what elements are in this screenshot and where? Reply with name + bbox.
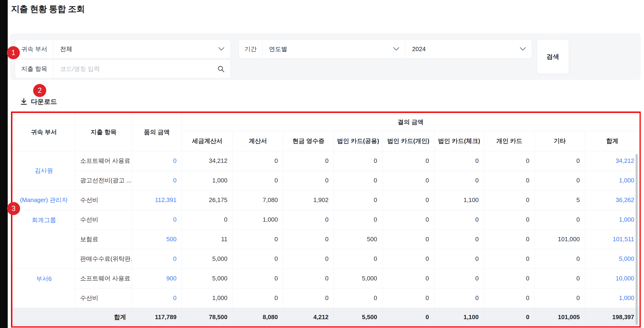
pumui-amount-cell[interactable]: 900 xyxy=(132,269,182,288)
amount-cell-7: 101,000 xyxy=(535,230,585,249)
table-row: 판매수수료(위탁판...05,00000000005,000 xyxy=(12,249,640,269)
pumui-amount-cell[interactable]: 0 xyxy=(132,151,182,171)
footer-total-label: 합계 xyxy=(12,308,132,326)
amount-cell-6: 0 xyxy=(484,288,535,308)
download-button[interactable]: 다운로드 xyxy=(20,97,57,106)
page: 지출 현황 통합 조회 귀속 부서 전체 기간 연도별 2024 지출 항목 xyxy=(0,0,644,328)
amount-cell-3: 5,000 xyxy=(334,269,382,288)
footer-amount-total-1: 8,080 xyxy=(233,308,283,326)
dept-select-label: 귀속 부서 xyxy=(15,40,54,58)
amount-cell-5: 0 xyxy=(434,171,484,190)
pumui-amount-cell[interactable]: 0 xyxy=(132,210,182,230)
amount-cell-2: 0 xyxy=(283,171,334,190)
amount-cell-1: 0 xyxy=(233,249,283,269)
amount-cell-4: 0 xyxy=(382,249,434,269)
amount-cell-1: 0 xyxy=(233,230,283,249)
period-type-select[interactable]: 연도별 xyxy=(262,40,393,58)
amount-cell-4: 0 xyxy=(382,269,434,288)
expense-item-search[interactable]: 지출 항목 코드/명칭 입력 xyxy=(15,59,231,78)
amount-cell-1: 0 xyxy=(233,171,283,190)
amount-cell-2: 0 xyxy=(283,151,334,171)
amount-cell-2: 0 xyxy=(283,249,334,269)
pumui-amount-cell[interactable]: 112,391 xyxy=(132,190,182,210)
row-total-cell[interactable]: 1,000 xyxy=(585,288,640,308)
amount-cell-7: 0 xyxy=(535,269,585,288)
table-row: 보험료5001100500000101,000101,511 xyxy=(12,230,640,249)
footer-amount-total-0: 78,500 xyxy=(182,308,233,326)
row-total-cell[interactable]: 36,262 xyxy=(585,190,640,210)
pumui-amount-cell[interactable]: 0 xyxy=(132,288,182,308)
sub-col-header-5: 법인 카드(체크) xyxy=(434,131,484,151)
footer-amount-total-4: 0 xyxy=(382,308,434,326)
table-footer: 합계117,78978,5008,0804,2125,50001,1000101… xyxy=(12,308,640,326)
row-total-cell[interactable]: 1,000 xyxy=(585,171,640,190)
amount-cell-6: 0 xyxy=(484,249,535,269)
download-label: 다운로드 xyxy=(31,97,57,106)
row-total-cell[interactable]: 34,212 xyxy=(585,151,640,171)
amount-cell-0: 34,212 xyxy=(182,151,233,171)
year-select[interactable]: 2024 xyxy=(406,40,520,58)
dept-cell[interactable]: 부서6 xyxy=(12,269,76,308)
amount-cell-0: 26,175 xyxy=(182,190,233,210)
sub-col-header-4: 법인 카드(개인) xyxy=(382,131,434,151)
amount-cell-2: 0 xyxy=(283,230,334,249)
sub-col-header-8: 합계 xyxy=(585,131,640,151)
table-row: 부서6소프트웨어 사용료9005,000005,000000010,000 xyxy=(12,269,640,288)
item-cell: 수선비 xyxy=(76,190,132,210)
amount-cell-7: 0 xyxy=(535,288,585,308)
search-icon[interactable] xyxy=(218,59,230,78)
expense-item-input[interactable]: 코드/명칭 입력 xyxy=(54,59,218,78)
row-total-cell[interactable]: 5,000 xyxy=(585,249,640,269)
annotation-badge-2: 2 xyxy=(33,84,46,97)
amount-cell-6: 0 xyxy=(484,171,535,190)
amount-cell-7: 0 xyxy=(535,210,585,230)
item-cell: 소프트웨어 사용료 xyxy=(76,151,132,171)
row-total-cell[interactable]: 1,000 xyxy=(585,210,640,230)
amount-cell-5: 0 xyxy=(434,230,484,249)
chevron-down-icon[interactable] xyxy=(393,40,405,58)
dept-cell[interactable]: 회계그룹 xyxy=(12,210,76,269)
footer-pumui-total: 117,789 xyxy=(132,308,182,326)
dept-select[interactable]: 귀속 부서 전체 xyxy=(15,39,231,58)
sub-col-header-7: 기타 xyxy=(535,131,585,151)
amount-cell-7: 0 xyxy=(535,171,585,190)
pumui-amount-cell[interactable]: 0 xyxy=(132,249,182,269)
dept-cell[interactable]: (Manager) 관리자 xyxy=(12,190,76,210)
amount-cell-5: 0 xyxy=(434,249,484,269)
amount-cell-1: 1,000 xyxy=(233,210,283,230)
period-select-group: 기간 연도별 2024 xyxy=(239,39,532,58)
row-total-cell[interactable]: 101,511 xyxy=(585,230,640,249)
amount-cell-2: 1,902 xyxy=(283,190,334,210)
item-cell: 판매수수료(위탁판... xyxy=(76,249,132,269)
amount-cell-3: 0 xyxy=(334,249,382,269)
amount-cell-4: 0 xyxy=(382,190,434,210)
table-row: 수선비01,00000000001,000 xyxy=(12,288,640,308)
row-total-cell[interactable]: 10,000 xyxy=(585,269,640,288)
amount-cell-0: 1,000 xyxy=(182,288,233,308)
amount-cell-1: 0 xyxy=(233,151,283,171)
col-group-header: 결의 금액 xyxy=(182,113,640,131)
footer-amount-total-3: 5,500 xyxy=(334,308,382,326)
annotation-badge-1: 1 xyxy=(7,46,20,59)
item-cell: 광고선전비(광고 ... xyxy=(76,171,132,190)
pumui-amount-cell[interactable]: 500 xyxy=(132,230,182,249)
dept-cell[interactable]: 김사원 xyxy=(12,151,76,190)
amount-cell-5: 1,100 xyxy=(434,190,484,210)
amount-cell-3: 0 xyxy=(334,151,382,171)
sub-col-header-3: 법인 카드(공용) xyxy=(334,131,382,151)
amount-cell-6: 0 xyxy=(484,190,535,210)
expense-table-frame: 귀속 부서 지출 항목 품의 금액 결의 금액 세금계산서계산서현금 영수증법인… xyxy=(11,111,641,328)
amount-cell-1: 0 xyxy=(233,269,283,288)
chevron-down-icon[interactable] xyxy=(520,40,532,58)
amount-cell-0: 11 xyxy=(182,230,233,249)
footer-amount-total-6: 0 xyxy=(484,308,535,326)
pumui-amount-cell[interactable]: 0 xyxy=(132,171,182,190)
table-row: 김사원소프트웨어 사용료034,212000000034,212 xyxy=(12,151,640,171)
search-button[interactable]: 검색 xyxy=(536,39,569,74)
amount-cell-2: 0 xyxy=(283,210,334,230)
amount-cell-3: 0 xyxy=(334,190,382,210)
footer-amount-total-5: 1,100 xyxy=(434,308,484,326)
table-header: 귀속 부서 지출 항목 품의 금액 결의 금액 세금계산서계산서현금 영수증법인… xyxy=(12,113,640,151)
sub-col-header-2: 현금 영수증 xyxy=(283,131,334,151)
vertical-scrollbar[interactable] xyxy=(636,154,638,325)
